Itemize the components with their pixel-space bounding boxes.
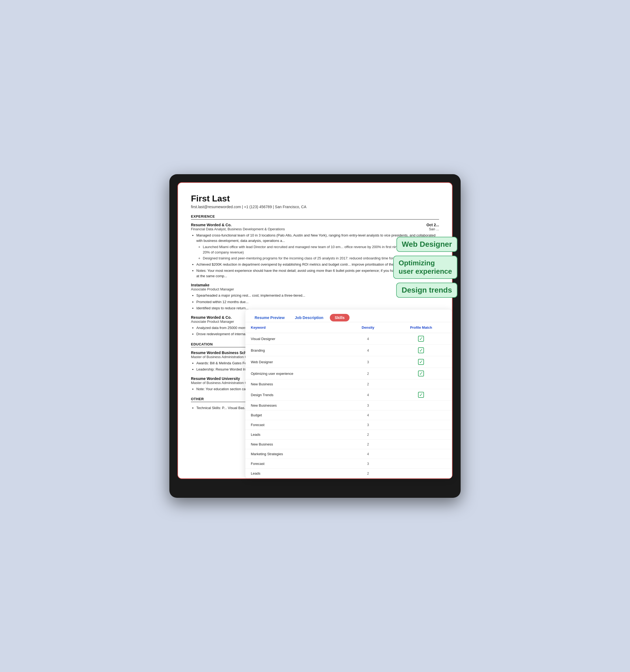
cell-keyword: Branding <box>245 345 346 356</box>
cell-profile-match: ✓ <box>390 333 452 345</box>
cell-keyword: New Business <box>245 379 346 389</box>
cell-density: 2 <box>346 368 390 379</box>
cell-profile-match <box>390 410 452 420</box>
table-row: Budget4 <box>245 410 452 420</box>
cell-keyword: Optimizing user experience <box>245 368 346 379</box>
cell-profile-match <box>390 439 452 449</box>
col-header-keyword: Keyword <box>245 322 346 333</box>
check-icon: ✓ <box>418 336 424 342</box>
table-row: Forecast3 <box>245 420 452 430</box>
cell-density: 4 <box>346 410 390 420</box>
cell-density: 3 <box>346 356 390 368</box>
company-name-3: Resume Worded & Co. <box>191 315 232 319</box>
cell-density: 3 <box>346 420 390 430</box>
table-row: Design Trends4✓ <box>245 389 452 401</box>
table-header-row: Keyword Density Profile Match <box>245 322 452 333</box>
company-name-1: Resume Worded & Co. <box>191 223 232 227</box>
table-row: New Business2 <box>245 379 452 389</box>
cell-keyword: New Businesses <box>245 401 346 410</box>
cell-keyword: Budget <box>245 410 346 420</box>
resume-card: First Last first.last@resumeworded.com |… <box>177 182 453 479</box>
col-header-density: Density <box>346 322 390 333</box>
cell-density: 2 <box>346 469 390 478</box>
check-icon: ✓ <box>418 359 424 365</box>
cell-keyword: Web Designer <box>245 356 346 368</box>
cell-profile-match <box>390 430 452 439</box>
tab-skills[interactable]: Skills <box>330 314 349 321</box>
cell-density: 3 <box>346 401 390 410</box>
cell-keyword: Marketing Strategies <box>245 449 346 459</box>
cell-density: 2 <box>346 430 390 439</box>
cell-density: 3 <box>346 459 390 469</box>
cell-profile-match: ✓ <box>390 368 452 379</box>
cell-density: 4 <box>346 389 390 401</box>
cell-profile-match <box>390 469 452 478</box>
job-date-1: Oct 2... <box>427 223 439 227</box>
cell-profile-match: ✓ <box>390 345 452 356</box>
col-header-profile-match: Profile Match <box>390 322 452 333</box>
check-icon: ✓ <box>418 347 424 353</box>
experience-section-title: EXPERIENCE <box>191 214 439 219</box>
table-row: Visual Designer4✓ <box>245 333 452 345</box>
cell-keyword: Leads <box>245 469 346 478</box>
job-company-1: Resume Worded & Co. Oct 2... <box>191 223 439 227</box>
cell-density: 2 <box>346 379 390 389</box>
cell-keyword: Forecast <box>245 420 346 430</box>
cell-density: 4 <box>346 345 390 356</box>
check-icon: ✓ <box>418 370 424 377</box>
table-row: Forecast3 <box>245 459 452 469</box>
overlay-panel: Resume Preview Job Description Skills Ke… <box>245 310 452 478</box>
tab-resume-preview[interactable]: Resume Preview <box>251 313 288 322</box>
table-row: Marketing Strategies4 <box>245 449 452 459</box>
cell-density: 2 <box>346 439 390 449</box>
tooltip-design-trends: Design trends <box>396 283 457 298</box>
cell-density: 4 <box>346 449 390 459</box>
check-icon: ✓ <box>418 392 424 398</box>
tooltip-optimizing: Optimizing user experience <box>393 256 457 279</box>
resume-name: First Last <box>191 194 439 203</box>
cell-profile-match <box>390 379 452 389</box>
job-title-1: Financial Data Analyst, Business Develop… <box>191 227 439 231</box>
cell-keyword: New Business <box>245 439 346 449</box>
cell-keyword: Visual Designer <box>245 333 346 345</box>
cell-profile-match: ✓ <box>390 356 452 368</box>
cell-profile-match <box>390 401 452 410</box>
cell-density: 4 <box>346 333 390 345</box>
table-row: Optimizing user experience2✓ <box>245 368 452 379</box>
bullet-item: Promoted within 12 months due... <box>196 299 439 305</box>
keyword-table-body: Visual Designer4✓Branding4✓Web Designer3… <box>245 333 452 478</box>
cell-profile-match <box>390 420 452 430</box>
cell-keyword: Leads <box>245 430 346 439</box>
cell-keyword: Design Trends <box>245 389 346 401</box>
tab-bar: Resume Preview Job Description Skills <box>245 310 452 322</box>
table-row: Web Designer3✓ <box>245 356 452 368</box>
table-row: New Businesses3 <box>245 401 452 410</box>
keyword-table-container: Keyword Density Profile Match Visual Des… <box>245 322 452 478</box>
cell-keyword: Forecast <box>245 459 346 469</box>
outer-card: First Last first.last@resumeworded.com |… <box>169 174 461 498</box>
cell-profile-match: ✓ <box>390 389 452 401</box>
company-name-2: Instamake <box>191 283 209 287</box>
table-row: New Business2 <box>245 439 452 449</box>
tooltip-web-designer: Web Designer <box>396 237 457 252</box>
tab-job-description[interactable]: Job Description <box>291 313 327 322</box>
cell-profile-match <box>390 459 452 469</box>
table-row: Leads2 <box>245 430 452 439</box>
table-row: Branding4✓ <box>245 345 452 356</box>
resume-contact: first.last@resumeworded.com | +1 (123) 4… <box>191 205 439 209</box>
table-row: Leads2 <box>245 469 452 478</box>
keyword-table: Keyword Density Profile Match Visual Des… <box>245 322 452 478</box>
cell-profile-match <box>390 449 452 459</box>
